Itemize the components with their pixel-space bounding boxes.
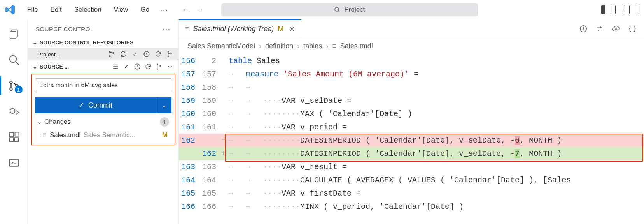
svg-point-4 [9,56,16,63]
toggle-primary-sidebar-icon[interactable] [601,5,611,14]
menu-selection[interactable]: Selection [69,4,107,16]
svg-marker-9 [16,111,19,115]
title-bar: File Edit Selection View Go ··· ← → Proj… [0,0,644,19]
tab-label: Sales.tmdl (Working Tree) [193,25,274,33]
code-braces-icon[interactable] [628,24,637,34]
history-icon[interactable] [143,50,150,58]
editor-area: ≡ Sales.tmdl (Working Tree) M ✕ Sales.Se… [179,19,644,224]
changed-file-row[interactable]: ≡ Sales.tmdl Sales.Semantic... M [35,129,172,141]
svg-point-7 [10,88,12,90]
svg-point-32 [160,65,161,66]
modified-badge: M [162,131,169,139]
svg-rect-14 [9,133,13,137]
svg-line-1 [338,11,340,12]
repo-name: Project... [37,51,60,58]
activity-bar: 1 [0,19,28,224]
cloud-upload-icon[interactable] [611,24,621,34]
history-icon[interactable] [133,63,141,71]
changes-header[interactable]: ⌄ Changes 1 [35,113,172,129]
svg-rect-3 [10,32,16,39]
svg-point-25 [171,53,172,54]
toggle-secondary-sidebar-icon[interactable] [629,5,639,14]
svg-point-0 [335,7,339,11]
panel-title: SOURCE CONTROL [36,26,94,32]
run-debug-icon[interactable] [7,104,21,118]
tab-sales-tmdl[interactable]: ≡ Sales.tmdl (Working Tree) M ✕ [179,19,301,38]
refresh-icon[interactable] [154,50,162,58]
panel-more-icon[interactable]: ··· [163,25,171,33]
svg-rect-18 [9,159,18,166]
chevron-down-icon: ⌄ [162,102,166,108]
more-icon[interactable]: ··· [166,63,174,71]
chevron-down-icon: ⌄ [33,39,37,46]
extensions-icon[interactable] [7,130,21,144]
source-control-section-label: SOURCE ... [40,63,69,70]
tab-bar: ≡ Sales.tmdl (Working Tree) M ✕ [179,19,644,38]
svg-line-5 [15,62,19,65]
chevron-right-icon: › [326,42,328,50]
svg-rect-16 [14,138,18,141]
checkmark-icon[interactable]: ✓ [131,50,139,58]
commit-button[interactable]: ✓ Commit [35,97,156,113]
changes-count-badge: 1 [160,117,169,127]
sync-icon[interactable] [119,50,127,58]
svg-point-10 [10,109,15,114]
breadcrumb-segment[interactable]: definition [265,42,293,50]
chevron-right-icon: › [259,42,261,50]
commit-message-input[interactable] [35,78,172,92]
source-control-icon[interactable]: 1 [7,79,21,93]
breadcrumb[interactable]: Sales.SemanticModel › definition › table… [179,38,644,54]
svg-point-19 [109,51,110,53]
svg-rect-15 [9,138,13,141]
chevron-down-icon: ⌄ [33,63,37,70]
breadcrumb-segment[interactable]: Sales.SemanticModel [187,42,255,50]
list-icon[interactable] [112,63,119,71]
graph-icon[interactable] [155,63,163,71]
commit-highlight-box: ✓ Commit ⌄ ⌄ Changes 1 ≡ Sales.tmdl Sale… [31,74,175,145]
file-icon: ≡ [332,42,336,50]
checkmark-icon: ✓ [79,101,84,109]
svg-rect-17 [15,132,19,136]
close-icon[interactable]: ✕ [289,25,295,34]
search-icon [334,7,340,13]
toggle-panel-icon[interactable] [615,5,625,14]
chevron-down-icon: ⌄ [37,119,42,125]
search-sidebar-icon[interactable] [7,53,21,67]
menu-go[interactable]: Go [135,4,155,16]
svg-line-12 [9,109,10,110]
command-center-search[interactable]: Project [221,3,478,16]
history-icon[interactable] [579,24,588,34]
repository-row[interactable]: Project... ✓ [28,48,178,60]
svg-line-13 [9,112,10,112]
nav-back-icon[interactable]: ← [182,5,190,15]
chevron-right-icon: › [297,42,299,50]
source-control-section-header[interactable]: ⌄ SOURCE ... ✓ ··· [28,60,178,73]
tab-modified-badge: M [278,25,284,33]
explorer-icon[interactable] [7,27,21,41]
repositories-section-header[interactable]: ⌄ SOURCE CONTROL REPOSITORIES [28,37,178,48]
breadcrumb-segment[interactable]: tables [303,42,322,50]
checkmark-icon[interactable]: ✓ [122,63,130,71]
branch-icon[interactable] [108,50,116,58]
scm-badge: 1 [15,86,23,93]
changed-file-path: Sales.Semantic... [84,131,159,139]
refresh-icon[interactable] [144,63,152,71]
menu-edit[interactable]: Edit [45,4,67,16]
search-placeholder: Project [344,6,365,14]
breadcrumb-segment[interactable]: Sales.tmdl [340,42,373,50]
commit-dropdown-button[interactable]: ⌄ [156,97,172,113]
menu-file[interactable]: File [22,4,43,16]
menu-more-icon[interactable]: ··· [156,4,172,16]
svg-point-20 [109,56,110,57]
terminal-icon[interactable] [7,156,21,170]
source-control-panel: SOURCE CONTROL ··· ⌄ SOURCE CONTROL REPO… [28,19,179,224]
changed-file-name: Sales.tmdl [50,131,80,139]
graph-icon[interactable] [166,50,174,58]
vscode-logo-icon [5,4,16,15]
repositories-label: SOURCE CONTROL REPOSITORIES [40,39,133,46]
code-editor[interactable]: 1562 table Sales 157157 →measure 'Sales … [179,54,644,224]
file-icon: ≡ [43,131,47,139]
swap-icon[interactable] [595,24,604,34]
nav-forward-icon[interactable]: → [196,5,204,15]
menu-view[interactable]: View [108,4,134,16]
